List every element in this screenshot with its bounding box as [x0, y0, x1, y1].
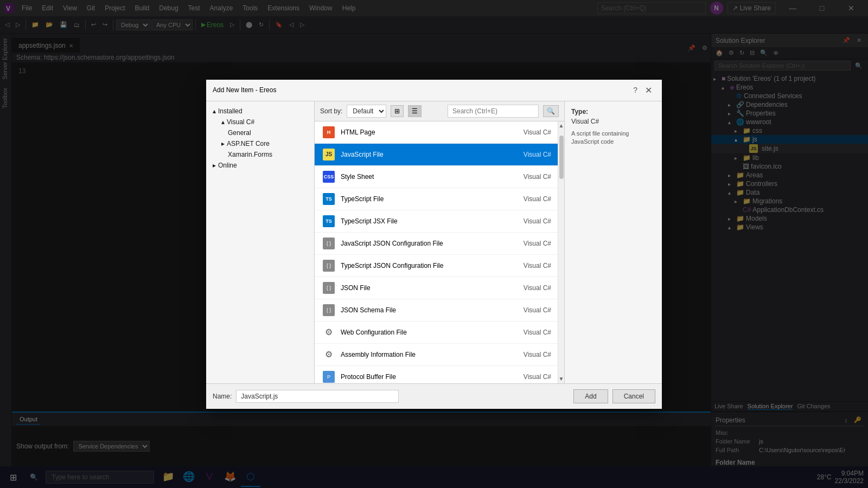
item-name-3: TypeScript File	[341, 195, 508, 203]
item-icon-1: JS	[321, 147, 336, 162]
gen-label: General	[228, 129, 251, 137]
dialog-title: Add New Item - Ereos	[213, 86, 276, 94]
item-name-11: Protocol Buffer File	[341, 373, 508, 381]
item-type-11: Visual C#	[508, 373, 551, 381]
item-name-6: TypeScript JSON Configuration File	[341, 262, 508, 269]
scroll-up-btn[interactable]: ▲	[558, 121, 564, 130]
dialog-body: ▴ Installed ▴ Visual C# General ▸ ASP.NE…	[206, 101, 662, 383]
dialog-left-panel: ▴ Installed ▴ Visual C# General ▸ ASP.NE…	[206, 101, 315, 383]
item-icon-5: { }	[321, 236, 336, 251]
xam-label: Xamarin.Forms	[228, 151, 272, 158]
add-button[interactable]: Add	[573, 389, 608, 403]
dialog-main-panel: Sort by: Default ⊞ ☰ 🔍 H HTML Page Visua…	[315, 101, 564, 383]
item-type-6: Visual C#	[508, 262, 551, 269]
item-icon-3: TS	[321, 191, 336, 207]
add-new-item-dialog: Add New Item - Ereos ? ✕ ▴ Installed ▴ V…	[206, 80, 662, 409]
name-input[interactable]	[236, 390, 399, 403]
dialog-list-item-11[interactable]: P Protocol Buffer File Visual C#	[315, 366, 558, 383]
dialog-list-container: H HTML Page Visual C# JS JavaScript File…	[315, 121, 564, 383]
item-type-9: Visual C#	[508, 329, 551, 336]
item-icon-8: { }	[321, 303, 336, 318]
asp-label: ASP.NET Core	[227, 140, 270, 147]
dialog-list-item-5[interactable]: { } JavaScript JSON Configuration File V…	[315, 233, 558, 255]
dialog-list-item-4[interactable]: TS TypeScript JSX File Visual C#	[315, 210, 558, 233]
item-name-1: JavaScript File	[341, 151, 508, 158]
dialog-list-item-3[interactable]: TS TypeScript File Visual C#	[315, 188, 558, 210]
dialog-overlay: Add New Item - Ereos ? ✕ ▴ Installed ▴ V…	[0, 0, 868, 488]
dialog-titlebar: Add New Item - Ereos ? ✕	[206, 80, 662, 101]
scroll-track	[558, 130, 564, 375]
dialog-list-item-6[interactable]: { } TypeScript JSON Configuration File V…	[315, 255, 558, 277]
item-type-3: Visual C#	[508, 195, 551, 203]
dialog-search-input[interactable]	[448, 105, 539, 118]
item-name-8: JSON Schema File	[341, 306, 508, 314]
online-arrow: ▸	[213, 162, 216, 169]
item-type-2: Visual C#	[508, 173, 551, 181]
dialog-scrollbar[interactable]: ▲ ▼	[558, 121, 564, 383]
dialog-list-item-8[interactable]: { } JSON Schema File Visual C#	[315, 299, 558, 322]
item-type-0: Visual C#	[508, 129, 551, 136]
item-type-4: Visual C#	[508, 217, 551, 225]
dialog-list-item-2[interactable]: CSS Style Sheet Visual C#	[315, 166, 558, 188]
item-icon-4: TS	[321, 214, 336, 229]
item-name-4: TypeScript JSX File	[341, 217, 508, 225]
view-list-btn[interactable]: ☰	[408, 105, 422, 117]
type-value: Visual C#	[571, 118, 655, 125]
name-area: Name:	[213, 390, 399, 403]
vc-arrow: ▴	[221, 118, 225, 126]
dlg-tree-aspnet[interactable]: ▸ ASP.NET Core	[206, 138, 314, 149]
view-grid-btn[interactable]: ⊞	[391, 105, 404, 117]
dlg-tree-xamarin[interactable]: Xamarin.Forms	[206, 149, 314, 160]
item-icon-7: { }	[321, 280, 336, 296]
type-description: A script file containing JavaScript code	[571, 130, 655, 146]
item-name-5: JavaScript JSON Configuration File	[341, 240, 508, 247]
cancel-button[interactable]: Cancel	[612, 389, 655, 403]
dialog-help-icon[interactable]: ?	[633, 86, 637, 94]
installed-label: Installed	[218, 107, 242, 115]
dialog-footer: Name: Add Cancel	[206, 383, 662, 409]
item-name-10: Assembly Information File	[341, 351, 508, 358]
dialog-search-btn[interactable]: 🔍	[543, 105, 559, 117]
vc-label: Visual C#	[227, 118, 254, 126]
item-type-5: Visual C#	[508, 240, 551, 247]
asp-arrow: ▸	[221, 140, 225, 147]
item-name-2: Style Sheet	[341, 173, 508, 181]
dialog-list-item-0[interactable]: H HTML Page Visual C#	[315, 121, 558, 144]
scroll-down-btn[interactable]: ▼	[558, 375, 564, 383]
dialog-list-item-1[interactable]: JS JavaScript File Visual C#	[315, 144, 558, 166]
installed-arrow: ▴	[213, 107, 216, 115]
item-icon-0: H	[321, 125, 336, 140]
sortby-dropdown[interactable]: Default	[347, 105, 386, 118]
dlg-tree-general[interactable]: General	[206, 127, 314, 138]
dlg-tree-online[interactable]: ▸ Online	[206, 160, 314, 171]
dialog-list-item-9[interactable]: ⚙ Web Configuration File Visual C#	[315, 322, 558, 344]
item-name-7: JSON File	[341, 284, 508, 292]
sortby-label: Sort by:	[320, 107, 342, 115]
item-name-9: Web Configuration File	[341, 329, 508, 336]
dialog-right-panel: Type: Visual C# A script file containing…	[564, 101, 662, 383]
dialog-title-actions: ? ✕	[633, 84, 655, 97]
item-icon-2: CSS	[321, 169, 336, 184]
type-label: Type:	[571, 108, 655, 115]
item-type-7: Visual C#	[508, 284, 551, 292]
dialog-item-list: H HTML Page Visual C# JS JavaScript File…	[315, 121, 558, 383]
item-type-8: Visual C#	[508, 306, 551, 314]
dialog-toolbar: Sort by: Default ⊞ ☰ 🔍	[315, 101, 564, 121]
dlg-tree-installed[interactable]: ▴ Installed	[206, 106, 314, 117]
item-icon-10: ⚙	[321, 347, 336, 362]
item-icon-11: P	[321, 369, 336, 383]
dlg-tree-visual-csharp[interactable]: ▴ Visual C#	[206, 117, 314, 127]
online-label: Online	[218, 162, 237, 169]
dialog-list-item-7[interactable]: { } JSON File Visual C#	[315, 277, 558, 299]
dialog-close-button[interactable]: ✕	[642, 84, 655, 97]
item-icon-9: ⚙	[321, 325, 336, 340]
dialog-buttons: Add Cancel	[573, 389, 655, 403]
dialog-list-item-10[interactable]: ⚙ Assembly Information File Visual C#	[315, 344, 558, 366]
scroll-thumb[interactable]	[559, 136, 564, 179]
item-type-1: Visual C#	[508, 151, 551, 158]
item-icon-6: { }	[321, 258, 336, 273]
item-type-10: Visual C#	[508, 351, 551, 358]
name-label: Name:	[213, 393, 232, 400]
item-name-0: HTML Page	[341, 129, 508, 136]
